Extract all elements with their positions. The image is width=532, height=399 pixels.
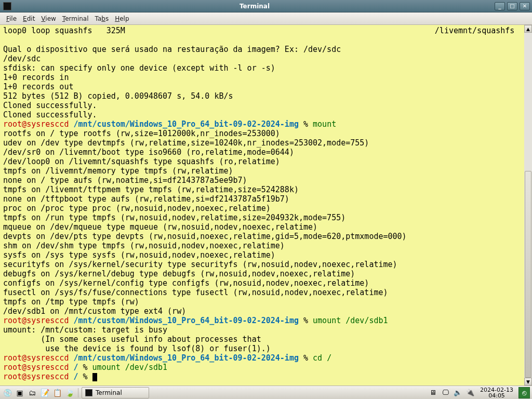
- leaf-icon[interactable]: 🍃: [64, 388, 75, 398]
- files-icon[interactable]: 🗂: [27, 388, 37, 398]
- power-icon[interactable]: 🔌: [466, 388, 475, 397]
- cmd-cd: cd /: [313, 353, 331, 363]
- task-terminal-label: Terminal: [96, 389, 122, 396]
- volume-icon[interactable]: 🔈: [453, 388, 462, 397]
- task-terminal[interactable]: Terminal: [82, 387, 149, 398]
- menu-help[interactable]: Help: [112, 14, 132, 23]
- line-loop0: loop0 loop squashfs 325M /livemnt/squash…: [3, 26, 514, 35]
- prompt-path: /mnt/custom/Windows_10_Pro_64_bit-09-02-…: [73, 119, 298, 129]
- terminal-launcher-icon[interactable]: ▣: [15, 388, 25, 398]
- logout-icon[interactable]: ⎋: [518, 387, 530, 398]
- mount-output: rootfs on / type rootfs (rw,size=1012000…: [3, 129, 407, 316]
- disc-icon[interactable]: 💿: [2, 388, 12, 398]
- clock-time: 04:05: [480, 393, 513, 398]
- cmd-umount: umount /dev/sdb1: [313, 316, 388, 325]
- display-icon[interactable]: 🖵: [441, 388, 450, 397]
- system-tray: 🖥 🖵 🔈 🔌 2024-02-13 04:05 ⎋: [428, 387, 530, 398]
- scroll-track[interactable]: [524, 33, 532, 378]
- taskbar: 💿 ▣ 🗂 📝 📋 🍃 Terminal 🖥 🖵 🔈 🔌 2024-02-13 …: [0, 385, 532, 399]
- maximize-button[interactable]: □: [507, 2, 517, 10]
- window-titlebar: Terminal _ □ ✕: [0, 0, 532, 12]
- clock[interactable]: 2024-02-13 04:05: [480, 387, 513, 398]
- menubar: File Edit View Terminal Tabs Help: [0, 12, 532, 25]
- clock-date: 2024-02-13: [480, 387, 513, 393]
- cursor: [92, 373, 97, 381]
- prompt-user: root@sysresccd: [3, 119, 69, 129]
- window-title: Terminal: [15, 3, 495, 10]
- scrollbar[interactable]: ▲ ▼: [524, 25, 532, 385]
- cmd-umount2: umount /dev/sdb1: [92, 363, 168, 372]
- task-terminal-icon: [85, 389, 92, 396]
- menu-view[interactable]: View: [38, 14, 59, 23]
- menu-tabs[interactable]: Tabs: [92, 14, 112, 23]
- menu-file[interactable]: File: [3, 14, 20, 23]
- terminal-output[interactable]: loop0 loop squashfs 325M /livemnt/squash…: [0, 25, 524, 385]
- screens-icon[interactable]: 🖥: [428, 388, 437, 397]
- menu-terminal[interactable]: Terminal: [59, 14, 92, 23]
- notes-icon[interactable]: 📋: [52, 388, 62, 398]
- scroll-down-button[interactable]: ▼: [524, 378, 532, 385]
- taskbar-separator: [78, 388, 78, 397]
- scroll-thumb[interactable]: [525, 171, 531, 378]
- editor-icon[interactable]: 📝: [39, 388, 50, 398]
- menu-edit[interactable]: Edit: [20, 14, 38, 23]
- cmd-mount: mount: [313, 119, 336, 129]
- block-clone: Qual o dispositivo que será usado na res…: [3, 45, 341, 119]
- terminal-window-icon: [3, 2, 11, 10]
- scroll-up-button[interactable]: ▲: [524, 25, 532, 33]
- umount-error: umount: /mnt/custom: target is busy (In …: [3, 325, 271, 353]
- minimize-button[interactable]: _: [495, 2, 505, 10]
- close-button[interactable]: ✕: [520, 2, 530, 10]
